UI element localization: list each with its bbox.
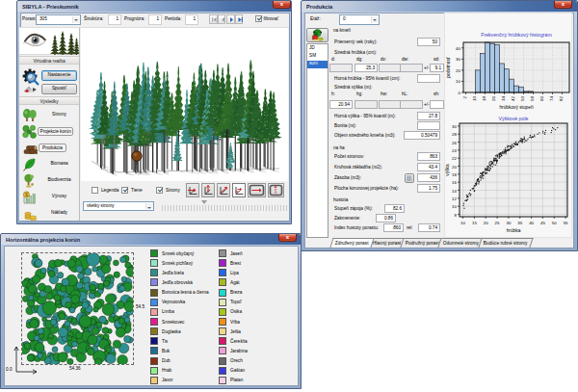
legend-swatch [150, 318, 158, 326]
sidebar-item-produkcia[interactable]: Produkcia [19, 140, 79, 156]
rel-value[interactable]: 0.74 [418, 223, 440, 232]
d-value[interactable] [400, 64, 423, 72]
view-section-h-button[interactable] [248, 183, 266, 197]
legend-species-label: Jedľa obrovská [162, 280, 193, 285]
produkcia-titlebar[interactable]: Produkcia [302, 1, 577, 12]
view-front-button[interactable] [186, 183, 199, 197]
sidebar-item-projekcie-korun[interactable]: Projekcie korún [19, 123, 79, 140]
legend-species-label: Vejmutovka [162, 300, 185, 304]
svg-text:10: 10 [456, 79, 460, 84]
zasoba-label: Zásoba (m3): [334, 175, 361, 180]
bonita-value[interactable] [417, 121, 440, 130]
pocet-label: Počet stromov: [334, 154, 364, 159]
legend-species-label: Jarabina [230, 349, 248, 353]
sidebar-item-biomasa[interactable]: Biomasa [19, 156, 79, 172]
legend-item: Vejmutovka [150, 298, 209, 307]
vek-value[interactable]: 50 [417, 38, 440, 46]
legend-species-label: Duglaska [162, 329, 181, 334]
section-na-kmen: na kmeň [333, 28, 351, 33]
svg-text:58: 58 [530, 95, 535, 100]
zoom-slider-track[interactable] [162, 205, 287, 211]
zoom-slider-thumb[interactable] [201, 200, 207, 207]
crowns-icon [22, 124, 38, 139]
h-value[interactable]: 20.94 [329, 100, 353, 109]
zakladna-value[interactable]: 43.4 [417, 163, 440, 171]
legenda-checkbox[interactable] [92, 187, 98, 194]
sd-value[interactable]: 9.1 [430, 64, 444, 72]
legend-species-label: Lipa [230, 271, 239, 275]
projection-titlebar[interactable]: Horizontálna projekcia korún [1, 234, 301, 245]
view-buttons [186, 183, 284, 198]
svg-text:74: 74 [549, 95, 554, 100]
tab-1[interactable]: Združený porast [329, 238, 374, 248]
zapoj-value[interactable]: 82.6 [384, 204, 405, 213]
sidebar-item-vynosy[interactable]: $Výnosy [19, 189, 79, 205]
objem-value[interactable]: 0.50479 [404, 131, 440, 140]
view-iso-button[interactable] [217, 183, 230, 197]
zakmenenie-value[interactable]: 0.86 [376, 214, 396, 222]
zasoba-value[interactable]: 436 [417, 173, 440, 182]
plocha-value[interactable]: 1.75 [417, 184, 440, 193]
zapoj-label: Stupeň zápoja (%): [334, 206, 373, 211]
legenda-label: Legenda [101, 188, 118, 193]
stromy-checkbox[interactable] [156, 187, 163, 194]
legend-swatch [150, 327, 158, 335]
d-value[interactable] [329, 64, 353, 72]
leaf-icon [22, 157, 38, 171]
prognoza-input[interactable]: 1 [148, 14, 162, 25]
perioda-input[interactable]: 1 [185, 14, 198, 25]
horna-hrubka-value[interactable] [417, 74, 440, 83]
h-value[interactable] [379, 100, 402, 109]
trees-icon [22, 108, 38, 122]
h-col-label: hw: [381, 91, 387, 96]
next-record-button[interactable] [226, 14, 235, 24]
view-top-button[interactable] [201, 183, 215, 197]
legend-item: Vŕba [219, 317, 248, 327]
index-value[interactable]: 860 [383, 223, 404, 232]
first-record-button[interactable] [209, 14, 218, 24]
porast-combobox[interactable]: 305 [36, 14, 81, 25]
logs-icon [22, 141, 38, 155]
svg-text:0: 0 [459, 91, 461, 95]
svg-text:16: 16 [452, 180, 457, 185]
legend-item: Platan [219, 376, 248, 385]
explorer-close-button[interactable]: x [273, 1, 291, 9]
legend-item: Smrek obyčajný [150, 248, 209, 258]
horna-vyska-value[interactable]: 27.8 [417, 112, 440, 120]
last-record-button[interactable] [235, 14, 244, 24]
rel-label: rel: [407, 225, 413, 230]
prev-record-button[interactable] [218, 14, 226, 24]
sh-value[interactable] [430, 100, 444, 109]
sidebar-item-stromy[interactable]: Stromy [19, 107, 79, 123]
pocet-value[interactable]: 863 [417, 152, 440, 161]
legend-species-label: Smrekovec [162, 320, 184, 325]
tab-5[interactable]: Budúce rubné stromy [478, 238, 533, 248]
zasoba-detail-button[interactable] [405, 173, 414, 183]
struktura-input[interactable]: 1 [108, 14, 121, 25]
tiene-checkbox[interactable] [121, 187, 128, 194]
sidebar-item-naklady[interactable]: Náklady [19, 205, 79, 222]
view-free-button[interactable] [232, 183, 246, 197]
nastavenie-button[interactable]: Nastavenie [41, 70, 77, 81]
filtrovat-checkbox[interactable] [255, 15, 262, 22]
legend-species-label: Jaseň [230, 251, 243, 256]
d-value[interactable] [379, 64, 402, 72]
forest-viewport[interactable] [81, 28, 288, 181]
svg-text:18: 18 [482, 95, 486, 100]
spustit-button[interactable]: Spustiť [41, 84, 77, 94]
sidebar-item-biodiverzita[interactable]: Biodiverzita [19, 172, 79, 189]
zakladna-label: Kruhová základňa (m2): [334, 165, 382, 170]
h-value[interactable] [400, 100, 423, 109]
h-value[interactable] [355, 100, 378, 109]
horna-vyska-label: Horná výška - 95% kvantil (m): [334, 114, 396, 118]
explorer-titlebar[interactable]: SIBYLA - Prieskumník [17, 1, 291, 12]
projection-close-button[interactable]: x [278, 234, 297, 242]
view-section-v-button[interactable] [268, 183, 284, 197]
produkcia-close-button[interactable]: x [554, 1, 572, 9]
close-icon: x [280, 1, 283, 7]
legend-species-label: Vŕba [230, 320, 240, 325]
record-nav-buttons [209, 14, 245, 25]
vek-label: Priemerný vek (roky): [334, 39, 378, 44]
tree-filter-combobox[interactable]: všetky stromy [83, 201, 154, 211]
d-value[interactable]: 25.3 [355, 64, 378, 72]
